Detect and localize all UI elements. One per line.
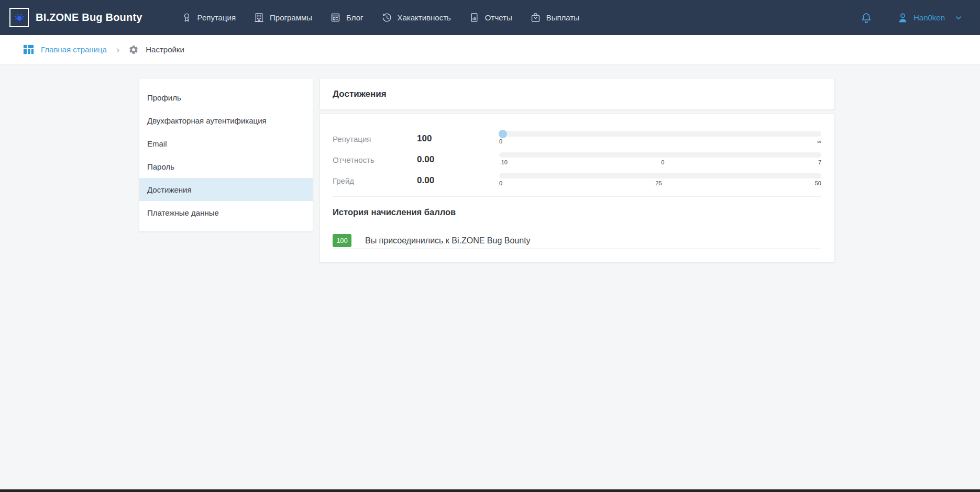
metric-slider: 0 ∞ [499,131,821,152]
metric-row-reporting: Отчетность 0.00 -10 0 7 [333,152,821,173]
tick-mid: 0 [661,159,664,166]
slider-track[interactable] [499,173,821,178]
metric-label: Репутация [333,131,417,152]
nav-item-label: Репутация [197,13,236,22]
brand-title: BI.ZONE Bug Bounty [36,12,142,24]
tick-min: 0 [499,180,502,187]
slider-ticks: 0 25 50 [499,180,821,187]
breadcrumb-current: Настройки [146,45,184,54]
sidebar-item-2fa[interactable]: Двухфакторная аутентификация [139,109,313,132]
sidebar-item-password[interactable]: Пароль [139,155,313,178]
top-nav: BI.ZONE Bug Bounty Репутация [0,0,980,35]
metric-value: 100 [417,131,499,152]
tick-max: 7 [818,159,821,166]
blog-icon [330,12,341,23]
user-icon [897,12,909,24]
slider-track[interactable] [499,152,821,158]
achievements-body-card: Репутация 100 0 ∞ Отчетность 0.00 [320,113,835,263]
brand-logo[interactable]: BI.ZONE Bug Bounty [9,8,142,27]
tick-mid: 25 [655,180,662,187]
history-icon [381,12,392,23]
points-badge: 100 [333,234,351,247]
dashboard-grid-icon[interactable] [23,43,35,55]
tick-max: ∞ [817,138,821,145]
sidebar-item-payment-details[interactable]: Платежные данные [139,201,313,224]
gear-icon [128,44,139,55]
breadcrumb: Главная страница › Настройки [0,35,980,64]
metric-row-reputation: Репутация 100 0 ∞ [333,131,821,152]
bottom-edge-strip [0,489,980,492]
page-title: Достижения [333,89,387,99]
nav-right-cluster: Han0ken [860,12,963,24]
metric-label: Грейд [333,173,417,194]
breadcrumb-separator: › [116,44,119,54]
metric-value: 0.00 [417,152,499,173]
sidebar-item-achievements[interactable]: Достижения [139,178,313,201]
tick-min: -10 [499,159,508,166]
username: Han0ken [913,13,945,22]
tick-max: 50 [815,180,821,187]
nav-item-blog[interactable]: Блог [330,12,363,23]
breadcrumb-home-link[interactable]: Главная страница [41,45,107,54]
nav-item-label: Отчеты [485,13,512,22]
nav-item-reputation[interactable]: Репутация [181,12,236,23]
slider-track[interactable] [499,131,821,137]
sidebar-item-email[interactable]: Email [139,132,313,155]
metric-value: 0.00 [417,173,499,194]
screen: BI.ZONE Bug Bounty Репутация [0,0,980,492]
history-title: История начисления баллов [333,207,821,217]
metric-label: Отчетность [333,152,417,173]
nav-item-label: Выплаты [546,13,579,22]
sidebar-item-profile[interactable]: Профиль [139,86,313,109]
nav-item-programs[interactable]: Программы [254,12,312,23]
user-menu[interactable]: Han0ken [897,12,963,24]
report-icon [469,12,480,23]
history-item-text: Вы присоединились к Bi.ZONE Bug Bounty [365,236,531,245]
metric-row-grade: Грейд 0.00 0 25 50 [333,173,821,194]
nav-item-reports[interactable]: Отчеты [469,12,512,23]
payouts-icon [530,12,541,23]
nav-item-label: Блог [346,13,363,22]
chevron-down-icon [954,13,963,23]
nav-item-payouts[interactable]: Выплаты [530,12,579,23]
nav-item-label: Программы [270,13,312,22]
slider-thumb[interactable] [499,130,507,138]
nav-item-hacktivity[interactable]: Хакактивность [381,12,451,23]
settings-sidebar: Профиль Двухфакторная аутентификация Ema… [139,78,313,232]
award-icon [181,12,192,23]
nav-menu: Репутация Программы [181,12,579,23]
achievements-header-card: Достижения [320,78,835,110]
history-list-item: 100 Вы присоединились к Bi.ZONE Bug Boun… [333,234,821,249]
building-icon [254,12,265,23]
metrics-list: Репутация 100 0 ∞ Отчетность 0.00 [333,114,821,194]
slider-ticks: -10 0 7 [499,159,821,166]
notifications-bell-icon[interactable] [860,12,873,24]
metric-slider: -10 0 7 [499,152,821,173]
nav-item-label: Хакактивность [398,13,451,22]
section-divider [333,196,821,197]
tick-min: 0 [499,138,502,145]
metric-slider: 0 25 50 [499,173,821,194]
bizone-bug-logo-icon [9,8,29,27]
slider-ticks: 0 ∞ [499,138,821,145]
